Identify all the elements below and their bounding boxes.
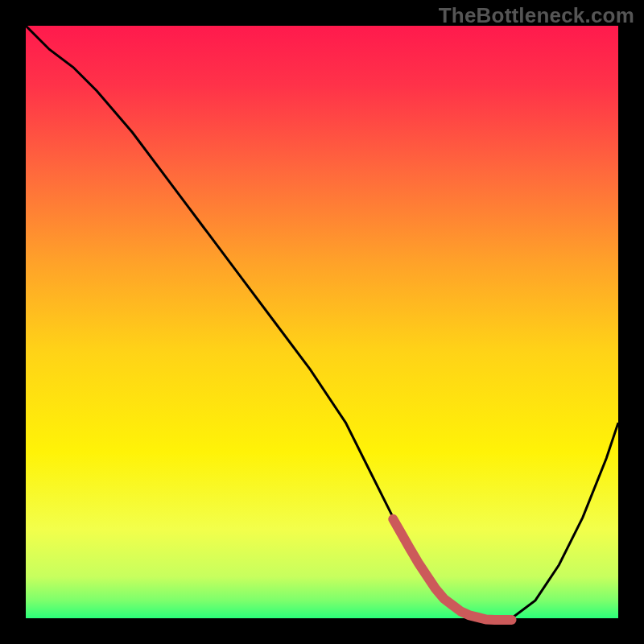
- bottleneck-chart: [0, 0, 644, 644]
- chart-stage: TheBottleneck.com: [0, 0, 644, 644]
- plot-area: [26, 26, 618, 618]
- watermark-text: TheBottleneck.com: [439, 3, 634, 28]
